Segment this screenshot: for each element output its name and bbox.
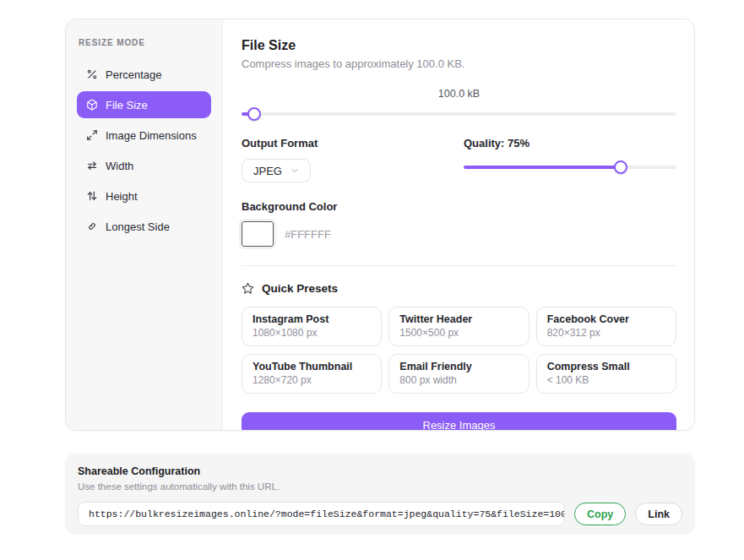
sidebar-item-image-dimensions[interactable]: Image Dimensions <box>77 122 211 149</box>
horizontal-arrows-icon <box>85 160 98 172</box>
preset-compress-small[interactable]: Compress Small < 100 KB <box>536 354 676 394</box>
color-swatch[interactable] <box>242 221 274 247</box>
quality-slider[interactable] <box>464 160 676 174</box>
output-format-value: JPEG <box>253 165 282 177</box>
preset-detail: 1080×1080 px <box>253 327 371 339</box>
sidebar: RESIZE MODE Percentage File Size Image D… <box>66 19 223 430</box>
output-format-select[interactable]: JPEG <box>242 159 311 182</box>
preset-facebook-cover[interactable]: Facebook Cover 820×312 px <box>536 307 676 346</box>
hex-color-value: #FFFFFF <box>285 228 331 241</box>
sidebar-item-label: Height <box>106 190 138 203</box>
sidebar-item-width[interactable]: Width <box>77 152 211 179</box>
preset-youtube-thumbnail[interactable]: YouTube Thumbnail 1280×720 px <box>242 354 382 394</box>
panel-subtitle: Compress images to approximately 100.0 K… <box>242 57 676 70</box>
file-size-slider-thumb[interactable] <box>247 107 261 121</box>
copy-button[interactable]: Copy <box>574 503 626 525</box>
cube-icon <box>85 99 98 111</box>
sidebar-item-label: Percentage <box>106 68 162 81</box>
quick-presets-header: Quick Presets <box>242 282 676 295</box>
shareable-configuration-card: Shareable Configuration Use these settin… <box>65 454 695 535</box>
share-subtitle: Use these settings automatically with th… <box>78 481 682 492</box>
quality-label: Quality: 75% <box>464 137 676 150</box>
resize-tool-card: RESIZE MODE Percentage File Size Image D… <box>65 19 695 431</box>
sidebar-item-height[interactable]: Height <box>77 182 211 209</box>
sidebar-item-label: Image Dimensions <box>106 129 197 142</box>
preset-name: Facebook Cover <box>547 313 665 325</box>
preset-name: Twitter Header <box>399 313 518 325</box>
slider-track <box>242 112 676 116</box>
quick-presets-title: Quick Presets <box>262 282 338 295</box>
preset-grid: Instagram Post 1080×1080 px Twitter Head… <box>242 307 676 394</box>
preset-detail: < 100 KB <box>547 374 665 386</box>
quality-block: Quality: 75% <box>464 137 676 182</box>
sidebar-item-longest-side[interactable]: Longest Side <box>77 213 211 240</box>
preset-detail: 1500×500 px <box>399 327 518 339</box>
background-color-label: Background Color <box>242 200 676 213</box>
preset-detail: 820×312 px <box>547 327 665 339</box>
page: RESIZE MODE Percentage File Size Image D… <box>0 0 744 560</box>
share-title: Shareable Configuration <box>78 465 682 477</box>
preset-detail: 800 px width <box>399 374 518 386</box>
preset-name: Compress Small <box>547 361 665 372</box>
sidebar-item-label: File Size <box>106 99 148 111</box>
preset-email-friendly[interactable]: Email Friendly 800 px width <box>388 354 529 394</box>
sidebar-item-percentage[interactable]: Percentage <box>77 61 211 88</box>
output-format-block: Output Format JPEG <box>242 137 448 182</box>
slider-fill <box>464 166 621 169</box>
page-title: File Size <box>242 38 676 53</box>
diagonal-arrows-icon <box>85 129 98 142</box>
file-size-slider[interactable] <box>242 107 676 121</box>
preset-twitter-header[interactable]: Twitter Header 1500×500 px <box>388 307 529 346</box>
file-size-panel: File Size Compress images to approximate… <box>223 19 694 430</box>
preset-name: YouTube Thumbnail <box>253 361 371 372</box>
sidebar-item-label: Longest Side <box>106 220 170 233</box>
chevron-down-icon <box>290 166 300 176</box>
ruler-icon <box>85 220 98 233</box>
vertical-arrows-icon <box>85 190 98 203</box>
share-url-input[interactable]: https://bulkresizeimages.online/?mode=fi… <box>78 502 565 526</box>
preset-name: Email Friendly <box>399 361 518 372</box>
star-icon <box>242 282 254 295</box>
sidebar-title: RESIZE MODE <box>79 38 211 47</box>
preset-detail: 1280×720 px <box>253 374 371 386</box>
preset-instagram-post[interactable]: Instagram Post 1080×1080 px <box>242 307 382 346</box>
file-size-slider-block: 100.0 kB <box>242 88 676 121</box>
quality-slider-thumb[interactable] <box>614 160 627 174</box>
sidebar-item-file-size[interactable]: File Size <box>77 91 211 118</box>
sidebar-item-label: Width <box>106 160 133 172</box>
output-format-label: Output Format <box>242 137 448 150</box>
resize-images-button[interactable]: Resize Images <box>242 412 676 431</box>
file-size-value: 100.0 kB <box>242 88 676 100</box>
percent-icon <box>85 68 98 81</box>
preset-name: Instagram Post <box>253 313 371 325</box>
background-color-block: Background Color #FFFFFF <box>242 200 676 247</box>
link-button[interactable]: Link <box>635 503 682 525</box>
divider <box>242 265 676 266</box>
